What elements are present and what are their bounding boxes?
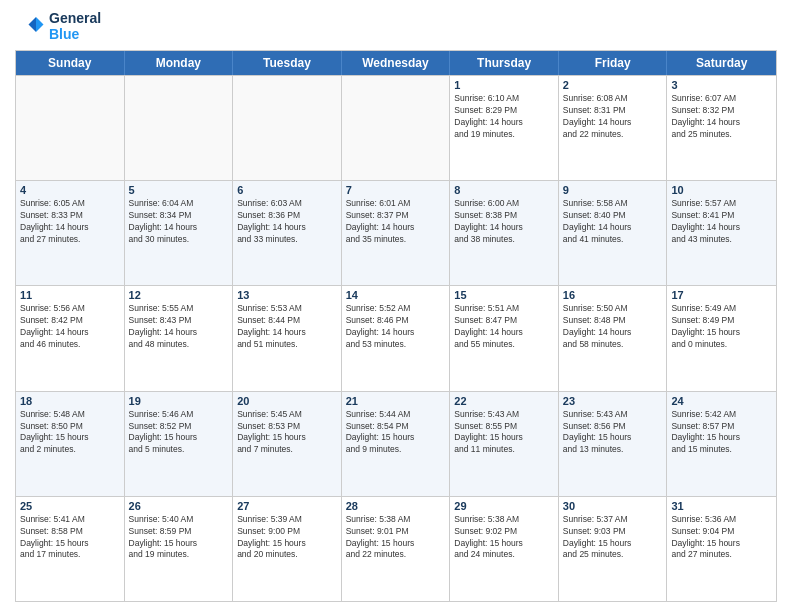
day-info-14: Sunrise: 5:52 AM Sunset: 8:46 PM Dayligh…	[346, 303, 446, 351]
calendar-cell-r3-c2: 20Sunrise: 5:45 AM Sunset: 8:53 PM Dayli…	[233, 392, 342, 496]
calendar-cell-r2-c1: 12Sunrise: 5:55 AM Sunset: 8:43 PM Dayli…	[125, 286, 234, 390]
calendar-cell-r3-c4: 22Sunrise: 5:43 AM Sunset: 8:55 PM Dayli…	[450, 392, 559, 496]
calendar-cell-r0-c2	[233, 76, 342, 180]
calendar-cell-r1-c5: 9Sunrise: 5:58 AM Sunset: 8:40 PM Daylig…	[559, 181, 668, 285]
calendar-cell-r0-c3	[342, 76, 451, 180]
calendar-cell-r3-c1: 19Sunrise: 5:46 AM Sunset: 8:52 PM Dayli…	[125, 392, 234, 496]
header-monday: Monday	[125, 51, 234, 75]
calendar-cell-r0-c0	[16, 76, 125, 180]
calendar-cell-r3-c5: 23Sunrise: 5:43 AM Sunset: 8:56 PM Dayli…	[559, 392, 668, 496]
day-number-18: 18	[20, 395, 120, 407]
day-info-22: Sunrise: 5:43 AM Sunset: 8:55 PM Dayligh…	[454, 409, 554, 457]
day-info-10: Sunrise: 5:57 AM Sunset: 8:41 PM Dayligh…	[671, 198, 772, 246]
day-info-21: Sunrise: 5:44 AM Sunset: 8:54 PM Dayligh…	[346, 409, 446, 457]
calendar: Sunday Monday Tuesday Wednesday Thursday…	[15, 50, 777, 602]
day-number-7: 7	[346, 184, 446, 196]
calendar-cell-r1-c2: 6Sunrise: 6:03 AM Sunset: 8:36 PM Daylig…	[233, 181, 342, 285]
day-number-12: 12	[129, 289, 229, 301]
day-number-29: 29	[454, 500, 554, 512]
day-info-18: Sunrise: 5:48 AM Sunset: 8:50 PM Dayligh…	[20, 409, 120, 457]
day-info-31: Sunrise: 5:36 AM Sunset: 9:04 PM Dayligh…	[671, 514, 772, 562]
calendar-cell-r3-c6: 24Sunrise: 5:42 AM Sunset: 8:57 PM Dayli…	[667, 392, 776, 496]
day-info-11: Sunrise: 5:56 AM Sunset: 8:42 PM Dayligh…	[20, 303, 120, 351]
day-number-13: 13	[237, 289, 337, 301]
day-number-4: 4	[20, 184, 120, 196]
day-number-24: 24	[671, 395, 772, 407]
day-number-22: 22	[454, 395, 554, 407]
calendar-cell-r3-c0: 18Sunrise: 5:48 AM Sunset: 8:50 PM Dayli…	[16, 392, 125, 496]
day-number-15: 15	[454, 289, 554, 301]
day-number-26: 26	[129, 500, 229, 512]
day-info-3: Sunrise: 6:07 AM Sunset: 8:32 PM Dayligh…	[671, 93, 772, 141]
calendar-cell-r4-c5: 30Sunrise: 5:37 AM Sunset: 9:03 PM Dayli…	[559, 497, 668, 601]
calendar-cell-r0-c4: 1Sunrise: 6:10 AM Sunset: 8:29 PM Daylig…	[450, 76, 559, 180]
calendar-cell-r3-c3: 21Sunrise: 5:44 AM Sunset: 8:54 PM Dayli…	[342, 392, 451, 496]
day-info-28: Sunrise: 5:38 AM Sunset: 9:01 PM Dayligh…	[346, 514, 446, 562]
day-number-20: 20	[237, 395, 337, 407]
day-info-27: Sunrise: 5:39 AM Sunset: 9:00 PM Dayligh…	[237, 514, 337, 562]
calendar-cell-r2-c0: 11Sunrise: 5:56 AM Sunset: 8:42 PM Dayli…	[16, 286, 125, 390]
day-number-25: 25	[20, 500, 120, 512]
logo-icon	[15, 11, 45, 41]
day-number-27: 27	[237, 500, 337, 512]
day-info-19: Sunrise: 5:46 AM Sunset: 8:52 PM Dayligh…	[129, 409, 229, 457]
calendar-cell-r0-c5: 2Sunrise: 6:08 AM Sunset: 8:31 PM Daylig…	[559, 76, 668, 180]
day-info-30: Sunrise: 5:37 AM Sunset: 9:03 PM Dayligh…	[563, 514, 663, 562]
calendar-cell-r0-c1	[125, 76, 234, 180]
day-info-2: Sunrise: 6:08 AM Sunset: 8:31 PM Dayligh…	[563, 93, 663, 141]
calendar-cell-r4-c3: 28Sunrise: 5:38 AM Sunset: 9:01 PM Dayli…	[342, 497, 451, 601]
calendar-row-2: 11Sunrise: 5:56 AM Sunset: 8:42 PM Dayli…	[16, 285, 776, 390]
day-info-4: Sunrise: 6:05 AM Sunset: 8:33 PM Dayligh…	[20, 198, 120, 246]
calendar-cell-r1-c6: 10Sunrise: 5:57 AM Sunset: 8:41 PM Dayli…	[667, 181, 776, 285]
calendar-body: 1Sunrise: 6:10 AM Sunset: 8:29 PM Daylig…	[16, 75, 776, 601]
day-number-28: 28	[346, 500, 446, 512]
calendar-cell-r1-c3: 7Sunrise: 6:01 AM Sunset: 8:37 PM Daylig…	[342, 181, 451, 285]
day-number-23: 23	[563, 395, 663, 407]
day-info-13: Sunrise: 5:53 AM Sunset: 8:44 PM Dayligh…	[237, 303, 337, 351]
day-info-1: Sunrise: 6:10 AM Sunset: 8:29 PM Dayligh…	[454, 93, 554, 141]
day-number-6: 6	[237, 184, 337, 196]
calendar-row-1: 4Sunrise: 6:05 AM Sunset: 8:33 PM Daylig…	[16, 180, 776, 285]
day-info-5: Sunrise: 6:04 AM Sunset: 8:34 PM Dayligh…	[129, 198, 229, 246]
day-number-10: 10	[671, 184, 772, 196]
calendar-cell-r2-c5: 16Sunrise: 5:50 AM Sunset: 8:48 PM Dayli…	[559, 286, 668, 390]
header-wednesday: Wednesday	[342, 51, 451, 75]
calendar-cell-r1-c0: 4Sunrise: 6:05 AM Sunset: 8:33 PM Daylig…	[16, 181, 125, 285]
day-info-15: Sunrise: 5:51 AM Sunset: 8:47 PM Dayligh…	[454, 303, 554, 351]
day-info-7: Sunrise: 6:01 AM Sunset: 8:37 PM Dayligh…	[346, 198, 446, 246]
header-thursday: Thursday	[450, 51, 559, 75]
day-number-9: 9	[563, 184, 663, 196]
svg-marker-1	[36, 17, 44, 32]
day-info-24: Sunrise: 5:42 AM Sunset: 8:57 PM Dayligh…	[671, 409, 772, 457]
header-friday: Friday	[559, 51, 668, 75]
svg-marker-2	[29, 17, 37, 32]
calendar-cell-r4-c1: 26Sunrise: 5:40 AM Sunset: 8:59 PM Dayli…	[125, 497, 234, 601]
day-number-11: 11	[20, 289, 120, 301]
day-number-8: 8	[454, 184, 554, 196]
day-number-17: 17	[671, 289, 772, 301]
day-number-2: 2	[563, 79, 663, 91]
day-info-8: Sunrise: 6:00 AM Sunset: 8:38 PM Dayligh…	[454, 198, 554, 246]
calendar-row-0: 1Sunrise: 6:10 AM Sunset: 8:29 PM Daylig…	[16, 75, 776, 180]
page: General Blue Sunday Monday Tuesday Wedne…	[0, 0, 792, 612]
calendar-header: Sunday Monday Tuesday Wednesday Thursday…	[16, 51, 776, 75]
calendar-row-3: 18Sunrise: 5:48 AM Sunset: 8:50 PM Dayli…	[16, 391, 776, 496]
calendar-row-4: 25Sunrise: 5:41 AM Sunset: 8:58 PM Dayli…	[16, 496, 776, 601]
calendar-cell-r2-c3: 14Sunrise: 5:52 AM Sunset: 8:46 PM Dayli…	[342, 286, 451, 390]
day-info-29: Sunrise: 5:38 AM Sunset: 9:02 PM Dayligh…	[454, 514, 554, 562]
day-number-16: 16	[563, 289, 663, 301]
day-number-14: 14	[346, 289, 446, 301]
day-number-1: 1	[454, 79, 554, 91]
calendar-cell-r4-c4: 29Sunrise: 5:38 AM Sunset: 9:02 PM Dayli…	[450, 497, 559, 601]
day-info-6: Sunrise: 6:03 AM Sunset: 8:36 PM Dayligh…	[237, 198, 337, 246]
day-info-26: Sunrise: 5:40 AM Sunset: 8:59 PM Dayligh…	[129, 514, 229, 562]
header-saturday: Saturday	[667, 51, 776, 75]
calendar-cell-r2-c4: 15Sunrise: 5:51 AM Sunset: 8:47 PM Dayli…	[450, 286, 559, 390]
calendar-cell-r0-c6: 3Sunrise: 6:07 AM Sunset: 8:32 PM Daylig…	[667, 76, 776, 180]
header-tuesday: Tuesday	[233, 51, 342, 75]
day-info-25: Sunrise: 5:41 AM Sunset: 8:58 PM Dayligh…	[20, 514, 120, 562]
calendar-cell-r4-c2: 27Sunrise: 5:39 AM Sunset: 9:00 PM Dayli…	[233, 497, 342, 601]
day-info-20: Sunrise: 5:45 AM Sunset: 8:53 PM Dayligh…	[237, 409, 337, 457]
calendar-cell-r2-c2: 13Sunrise: 5:53 AM Sunset: 8:44 PM Dayli…	[233, 286, 342, 390]
calendar-cell-r2-c6: 17Sunrise: 5:49 AM Sunset: 8:49 PM Dayli…	[667, 286, 776, 390]
